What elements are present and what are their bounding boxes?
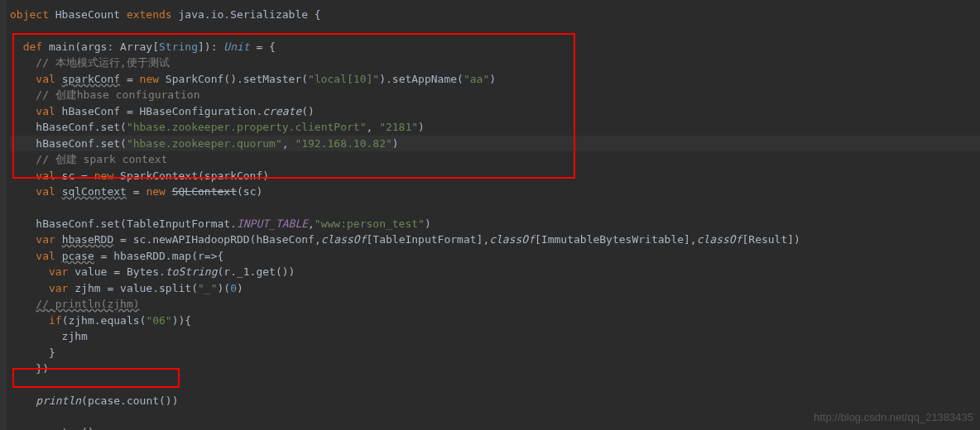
code-line — [10, 377, 980, 393]
code-line: val pcase = hbaseRDD.map(r=>{ — [10, 248, 980, 265]
code-line — [10, 200, 980, 216]
string: "www:person_test" — [315, 217, 425, 230]
string: "06" — [146, 314, 171, 327]
editor-gutter — [0, 0, 7, 430]
keyword: val — [10, 73, 55, 85]
keyword: var — [10, 233, 55, 246]
code-line: object HbaseCount extends java.io.Serial… — [10, 7, 980, 23]
string: "_" — [198, 282, 217, 294]
code-line: var hbaseRDD = sc.newAPIHadoopRDD(hBaseC… — [10, 232, 980, 248]
keyword: def — [10, 41, 42, 53]
code-line: hBaseConf.set(TableInputFormat.INPUT_TAB… — [10, 216, 980, 232]
code-line: hBaseConf.set("hbase.zookeeper.quorum", … — [10, 136, 980, 152]
code-line: val sc = new SparkContext(sparkConf) — [10, 168, 980, 184]
keyword: new — [140, 73, 159, 85]
keyword: new — [146, 185, 165, 198]
comment: // 本地模式运行,便于测试 — [10, 56, 170, 69]
watermark: http://blog.csdn.net/qq_21383435 — [814, 409, 973, 426]
comment: // 创建 spark context — [10, 153, 167, 165]
code-line: // println(zjhm) — [10, 296, 980, 313]
code-line — [10, 23, 980, 39]
code-line: // 本地模式运行,便于测试 — [10, 55, 980, 71]
code-line: val sparkConf = new SparkConf().setMaste… — [10, 71, 980, 88]
keyword: if — [10, 314, 62, 327]
keyword: val — [10, 105, 55, 117]
string: "local[10]" — [308, 73, 379, 85]
code-line: } — [10, 345, 980, 361]
keyword: val — [10, 170, 55, 182]
string: "2181" — [379, 121, 418, 133]
string: "aa" — [464, 73, 489, 85]
type: Unit — [223, 41, 249, 53]
keyword: var — [10, 282, 68, 294]
keyword: new — [94, 170, 113, 182]
code-line: if(zjhm.equals("06")){ — [10, 313, 980, 329]
code-line: var zjhm = value.split("_")(0) — [10, 280, 980, 297]
keyword: extends — [127, 8, 172, 21]
keyword: val — [10, 185, 55, 198]
code-line: def main(args: Array[String]): Unit = { — [10, 39, 980, 55]
code-line: hBaseConf.set("hbase.zookeeper.property.… — [10, 119, 980, 136]
code-line: println(pcase.count()) — [10, 393, 980, 409]
type: String — [159, 41, 198, 53]
string: "hbase.zookeeper.property.clientPort" — [127, 121, 367, 133]
code-line: // 创建 spark context — [10, 151, 980, 168]
comment: // 创建hbase configuration — [10, 88, 200, 101]
keyword: var — [10, 265, 68, 278]
string: "192.168.10.82" — [295, 137, 392, 150]
code-line: zjhm — [10, 328, 980, 345]
code-line: // 创建hbase configuration — [10, 87, 980, 103]
code-line: }) — [10, 361, 980, 377]
code-line: var value = Bytes.toString(r._1.get()) — [10, 264, 980, 280]
code-line: val sqlContext = new SQLContext(sc) — [10, 184, 980, 200]
code-line: sc.stop() — [10, 424, 980, 430]
string: "hbase.zookeeper.quorum" — [127, 137, 282, 150]
comment: // println(zjhm) — [36, 298, 139, 310]
keyword: val — [10, 250, 55, 262]
code-line: val hBaseConf = HBaseConfiguration.creat… — [10, 103, 980, 120]
keyword: object — [10, 8, 49, 21]
code-editor[interactable]: object HbaseCount extends java.io.Serial… — [10, 7, 980, 430]
